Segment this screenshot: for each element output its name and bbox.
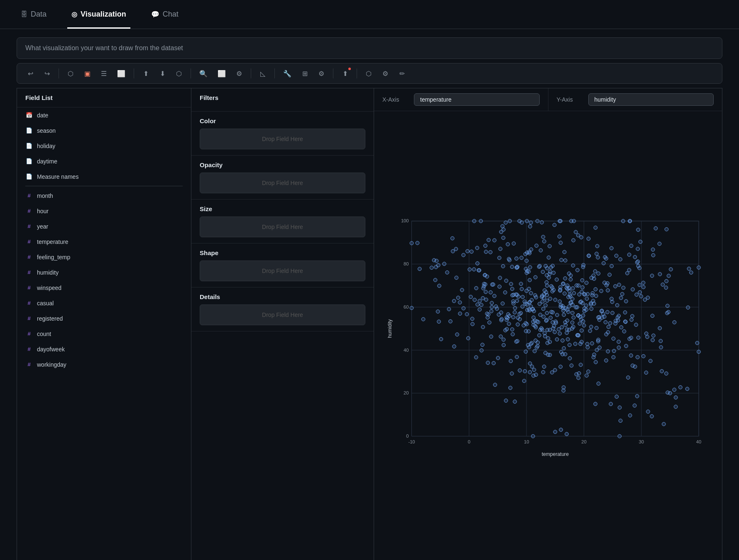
shape-drop-zone[interactable]: Drop Field Here	[200, 261, 365, 281]
field-item-feeling-temp[interactable]: # feeling_temp ⋮	[17, 249, 191, 265]
pointer-button[interactable]: ▣	[81, 67, 94, 80]
svg-point-224	[660, 369, 664, 373]
field-item-season[interactable]: 📄 season ⋮	[17, 123, 191, 138]
field-name-date: date	[37, 112, 172, 119]
field-item-date[interactable]: 📅 date ⋮	[17, 107, 191, 123]
field-item-measure-names[interactable]: 📄 Measure names ⋮	[17, 169, 191, 184]
field-item-winspeed[interactable]: # winspeed ⋮	[17, 280, 191, 295]
field-item-registered[interactable]: # registered ⋮	[17, 311, 191, 326]
field-name-humidity: humidity	[37, 269, 172, 276]
svg-point-583	[516, 339, 519, 343]
svg-point-498	[608, 321, 612, 325]
svg-point-383	[492, 361, 496, 365]
svg-point-481	[512, 242, 516, 246]
svg-point-511	[490, 283, 494, 287]
svg-point-289	[486, 361, 490, 365]
field-item-humidity[interactable]: # humidity ⋮	[17, 265, 191, 280]
copy-button[interactable]: ⬜	[114, 67, 129, 80]
svg-text:0: 0	[468, 439, 470, 444]
svg-point-337	[610, 264, 614, 268]
svg-point-568	[624, 299, 628, 303]
x-axis-value[interactable]: temperature	[414, 93, 540, 106]
pen-button[interactable]: ✏	[395, 67, 409, 80]
field-item-daytime[interactable]: 📄 daytime ⋮	[17, 153, 191, 169]
svg-point-375	[606, 350, 610, 353]
field-item-month[interactable]: # month ⋮	[17, 188, 191, 203]
svg-point-604	[531, 307, 535, 311]
y-axis-value[interactable]: humidity	[588, 93, 714, 106]
svg-point-324	[545, 299, 549, 303]
svg-point-49	[585, 281, 588, 285]
config-button[interactable]: ⚙	[379, 67, 392, 80]
svg-point-409	[595, 326, 598, 330]
visualization-search[interactable]: What visualization your want to draw fro…	[17, 37, 722, 59]
tab-visualization[interactable]: ◎ Visualization	[67, 0, 130, 29]
text-field-icon-daytime: 📄	[25, 158, 33, 164]
svg-point-622	[568, 304, 571, 308]
svg-point-237	[541, 370, 545, 374]
sort-desc-button[interactable]: ⬇	[156, 67, 169, 80]
text-field-icon-season: 📄	[25, 127, 33, 134]
field-item-year[interactable]: # year ⋮	[17, 219, 191, 234]
svg-point-137	[607, 325, 610, 329]
opacity-drop-zone[interactable]: Drop Field Here	[200, 173, 365, 193]
field-item-temperature[interactable]: # temperature ⋮	[17, 234, 191, 249]
svg-point-341	[630, 318, 634, 321]
svg-point-632	[668, 391, 672, 395]
table-button[interactable]: ⊞	[298, 67, 311, 80]
svg-point-405	[665, 311, 669, 315]
wrench-button[interactable]: 🔧	[280, 67, 295, 80]
field-item-casual[interactable]: # casual ⋮	[17, 295, 191, 311]
size-drop-zone[interactable]: Drop Field Here	[200, 217, 365, 237]
svg-point-625	[527, 346, 531, 349]
size-section: Size Drop Field Here	[191, 200, 374, 243]
zoom-in-button[interactable]: 🔍	[196, 67, 211, 80]
field-item-holiday[interactable]: 📄 holiday ⋮	[17, 138, 191, 153]
svg-point-473	[470, 317, 474, 321]
number-icon-feeling: #	[25, 254, 33, 260]
filters-title: Filters	[200, 94, 365, 101]
svg-point-542	[528, 251, 531, 255]
3d-button[interactable]: ⬡	[64, 67, 77, 80]
svg-point-44	[595, 244, 599, 248]
export-button[interactable]: ⬡	[172, 67, 186, 80]
svg-point-492	[659, 346, 663, 349]
svg-point-335	[523, 370, 527, 373]
svg-point-134	[664, 286, 668, 290]
svg-point-446	[577, 376, 580, 380]
svg-point-51	[510, 265, 514, 269]
undo-button[interactable]: ↩	[24, 67, 37, 80]
svg-point-75	[484, 244, 487, 248]
field-item-dayofweek[interactable]: # dayofweek ⋮	[17, 341, 191, 357]
field-item-count[interactable]: # count ⋮	[17, 326, 191, 341]
svg-point-497	[551, 321, 555, 324]
size-title: Size	[200, 205, 365, 212]
svg-point-133	[545, 311, 549, 315]
svg-point-389	[528, 265, 532, 269]
svg-text:40: 40	[696, 439, 701, 444]
angle-button[interactable]: ◺	[256, 67, 269, 80]
sort-asc-button[interactable]: ⬆	[139, 67, 152, 80]
svg-point-293	[555, 338, 559, 341]
field-item-hour[interactable]: # hour ⋮	[17, 203, 191, 219]
svg-point-61	[509, 359, 513, 363]
layers-button[interactable]: ☰	[97, 67, 110, 80]
key-button[interactable]: ⬡	[362, 67, 375, 80]
svg-point-514	[447, 307, 451, 311]
svg-point-452	[570, 321, 574, 324]
settings-button[interactable]: ⚙	[315, 67, 328, 80]
svg-point-614	[434, 265, 438, 269]
color-drop-zone[interactable]: Drop Field Here	[200, 129, 365, 149]
svg-text:100: 100	[401, 218, 409, 223]
frame-button[interactable]: ⬜	[214, 67, 229, 80]
field-name-year: year	[37, 223, 172, 230]
tab-chat[interactable]: 💬 Chat	[147, 0, 183, 29]
settings-small-button[interactable]: ⚙	[232, 67, 246, 80]
field-item-workingday[interactable]: # workingday ⋮	[17, 357, 191, 372]
upload-button[interactable]: ⬆	[338, 67, 352, 80]
details-drop-zone[interactable]: Drop Field Here	[200, 304, 365, 325]
svg-point-533	[469, 295, 473, 299]
tab-data[interactable]: 🗄 Data	[17, 0, 51, 29]
svg-point-440	[636, 336, 640, 340]
redo-button[interactable]: ↪	[40, 67, 54, 80]
